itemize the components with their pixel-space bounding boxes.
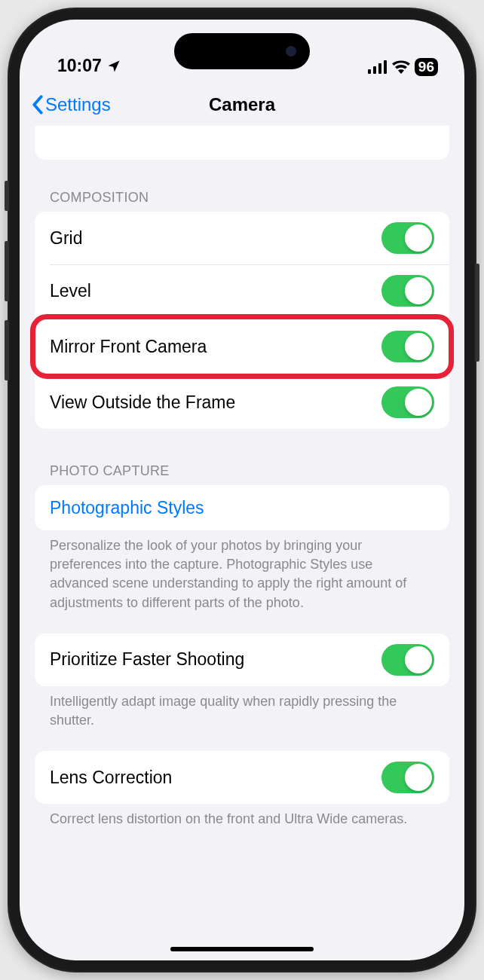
lens-row: Lens Correction — [35, 751, 449, 804]
composition-group: Grid Level Mirror Front Camera View — [35, 212, 449, 429]
side-button — [5, 241, 9, 301]
back-label: Settings — [45, 94, 111, 115]
back-button[interactable]: Settings — [32, 94, 111, 115]
location-icon — [106, 59, 121, 74]
home-indicator[interactable] — [170, 947, 314, 951]
grid-toggle[interactable] — [381, 222, 434, 254]
prioritize-row: Prioritize Faster Shooting — [35, 633, 449, 686]
status-right: 96 — [368, 58, 438, 76]
photographic-styles-label: Photographic Styles — [50, 498, 204, 518]
photo-capture-header: PHOTO CAPTURE — [35, 463, 449, 485]
side-button — [475, 264, 479, 362]
prioritize-toggle[interactable] — [381, 644, 434, 676]
lens-group: Lens Correction — [35, 751, 449, 804]
camera-dot — [286, 46, 296, 56]
page-title: Camera — [209, 94, 275, 115]
cellular-icon — [368, 60, 388, 74]
view-outside-row: View Outside the Frame — [35, 376, 449, 429]
grid-row: Grid — [35, 212, 449, 264]
status-time: 10:07 — [57, 56, 102, 76]
svg-rect-0 — [368, 69, 371, 74]
level-toggle[interactable] — [381, 275, 434, 307]
device-frame: 10:07 96 — [8, 8, 476, 972]
nav-bar: Settings Camera — [20, 84, 464, 126]
prioritize-group: Prioritize Faster Shooting — [35, 633, 449, 686]
svg-rect-1 — [373, 66, 376, 74]
photographic-styles-row[interactable]: Photographic Styles — [35, 485, 449, 530]
content-scroll[interactable]: Shared Library COMPOSITION Grid Level Mi… — [20, 126, 464, 960]
dynamic-island — [174, 33, 310, 69]
lens-toggle[interactable] — [381, 762, 434, 793]
side-button — [5, 320, 9, 380]
mirror-label: Mirror Front Camera — [50, 337, 207, 357]
lens-label: Lens Correction — [50, 768, 172, 788]
view-outside-label: View Outside the Frame — [50, 392, 235, 413]
chevron-left-icon — [32, 95, 44, 114]
styles-group: Photographic Styles — [35, 485, 449, 530]
status-left: 10:07 — [57, 56, 121, 76]
prioritize-footer: Intelligently adapt image quality when r… — [35, 686, 449, 751]
composition-header: COMPOSITION — [35, 190, 449, 212]
svg-rect-3 — [384, 60, 387, 74]
prioritize-label: Prioritize Faster Shooting — [50, 649, 244, 670]
mirror-toggle[interactable] — [381, 331, 434, 362]
level-row: Level — [35, 264, 449, 317]
side-button — [5, 181, 9, 211]
screen: 10:07 96 — [20, 20, 464, 960]
view-outside-toggle[interactable] — [381, 386, 434, 418]
wifi-icon — [392, 60, 410, 74]
shared-library-row[interactable]: Shared Library — [35, 126, 449, 160]
mirror-front-camera-row: Mirror Front Camera — [35, 317, 449, 376]
group-partial: Shared Library — [35, 126, 449, 160]
styles-footer: Personalize the look of your photos by b… — [35, 530, 449, 633]
battery-indicator: 96 — [415, 58, 438, 76]
level-label: Level — [50, 281, 91, 301]
svg-rect-2 — [378, 63, 381, 74]
lens-footer: Correct lens distortion on the front and… — [35, 804, 449, 850]
grid-label: Grid — [50, 228, 82, 249]
